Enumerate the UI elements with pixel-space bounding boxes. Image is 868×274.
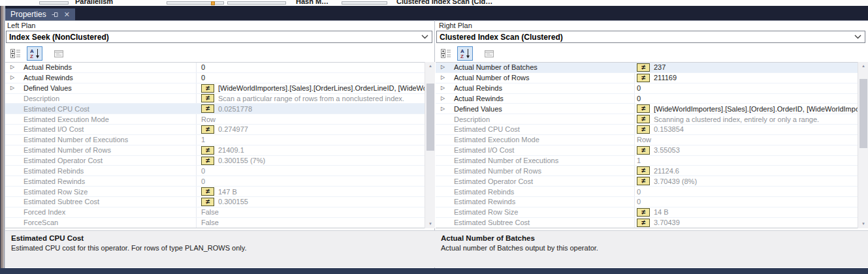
- scroll-up-icon[interactable]: ▲: [425, 62, 436, 70]
- alphabetical-sort-button[interactable]: A Z: [27, 46, 42, 61]
- scroll-up-icon[interactable]: ▲: [858, 62, 868, 70]
- not-equal-icon: ≠: [201, 146, 214, 155]
- alphabetical-sort-button[interactable]: A Z: [457, 46, 473, 61]
- property-row[interactable]: ForceScanFalse: [5, 218, 435, 228]
- tab-title: Properties: [10, 10, 46, 19]
- property-row[interactable]: Estimated Rebinds0: [436, 187, 858, 197]
- plan-connector: [167, 1, 224, 5]
- not-equal-icon: ≠: [637, 146, 650, 155]
- property-name: Description: [454, 115, 490, 123]
- categorized-button[interactable]: [8, 46, 24, 61]
- property-row[interactable]: ▷Defined Values≠[WideWorldImporters].[Sa…: [436, 104, 858, 114]
- not-equal-icon: ≠: [637, 177, 650, 185]
- property-value-cell: 1: [637, 156, 641, 166]
- property-value-cell: ≠[WideWorldImporters].[Sales].[Orders].O…: [637, 104, 858, 114]
- svg-text:Z: Z: [460, 53, 464, 59]
- property-name: Estimated CPU Cost: [454, 125, 520, 133]
- plan-connector: [227, 1, 286, 5]
- property-name: Estimated Rebinds: [24, 167, 84, 175]
- chevron-down-icon[interactable]: [854, 35, 861, 39]
- tab-properties[interactable]: Properties ✕: [5, 8, 75, 20]
- property-row[interactable]: ▷Actual Rebinds0: [5, 63, 435, 73]
- property-value: 21409.1: [218, 146, 244, 154]
- property-value: 0.153854: [654, 125, 684, 133]
- property-value: [WideWorldImporters].[Sales].[OrderLines…: [218, 84, 435, 92]
- property-row[interactable]: Estimated Rewinds0: [5, 176, 435, 187]
- description-title: Estimated CPU Cost: [11, 234, 429, 242]
- expand-arrow-icon[interactable]: ▷: [441, 95, 449, 102]
- close-icon[interactable]: ✕: [64, 11, 70, 18]
- property-row[interactable]: Estimated Subtree Cost≠0.300155: [5, 197, 435, 207]
- expand-arrow-icon[interactable]: ▷: [10, 74, 18, 81]
- property-row[interactable]: Estimated Execution ModeRow: [436, 135, 858, 145]
- property-row[interactable]: Estimated Number of Executions1: [436, 156, 858, 166]
- not-equal-icon: ≠: [637, 166, 650, 175]
- right-operator-combobox[interactable]: Clustered Index Scan (Clustered): [436, 31, 865, 43]
- property-row[interactable]: Estimated Number of Rows≠21124.6: [436, 166, 858, 176]
- property-row[interactable]: Estimated Number of Rows≠21409.1: [5, 145, 435, 156]
- property-row[interactable]: Estimated CPU Cost≠0.153854: [436, 125, 858, 135]
- property-row[interactable]: Forced IndexFalse: [5, 207, 435, 218]
- scrollbar-thumb[interactable]: [426, 84, 434, 151]
- plan-operator-label[interactable]: Parallelism: [75, 0, 113, 5]
- property-row[interactable]: Description≠Scanning a clustered index, …: [436, 114, 858, 125]
- property-name: Estimated Number of Executions: [24, 136, 128, 144]
- property-value-cell: 0: [201, 73, 205, 83]
- property-row[interactable]: Estimated Row Size≠14 B: [436, 207, 858, 218]
- property-row[interactable]: Estimated Row Size≠147 B: [5, 187, 435, 197]
- not-equal-icon: ≠: [637, 125, 650, 134]
- property-row[interactable]: Estimated Rewinds0: [436, 197, 858, 207]
- plan-operator-label[interactable]: Hash M…: [296, 0, 329, 5]
- property-row[interactable]: Estimated Number of Executions1: [5, 135, 435, 145]
- property-value-cell: ≠237: [637, 63, 666, 72]
- pin-icon[interactable]: [52, 11, 59, 18]
- property-name: Actual Rebinds: [24, 63, 72, 71]
- property-row[interactable]: Estimated I/O Cost≠3.55053: [436, 145, 858, 156]
- property-row[interactable]: Estimated Operator Cost≠3.70439 (8%): [436, 176, 858, 187]
- not-equal-icon: ≠: [201, 84, 214, 93]
- property-value: Row: [637, 136, 651, 144]
- expand-arrow-icon[interactable]: ▷: [441, 85, 449, 91]
- expand-arrow-icon[interactable]: ▷: [441, 64, 449, 70]
- property-row[interactable]: Estimated CPU Cost≠0.0251778: [5, 104, 435, 114]
- right-grid-scrollbar[interactable]: ▲ ▼: [858, 62, 868, 228]
- property-row[interactable]: ▷Actual Rewinds0: [436, 94, 858, 104]
- scrollbar-thumb[interactable]: [860, 79, 867, 148]
- property-row[interactable]: Estimated Operator Cost≠0.300155 (7%): [5, 156, 435, 166]
- property-value: 0: [201, 167, 205, 175]
- chevron-down-icon[interactable]: [421, 35, 428, 39]
- property-row[interactable]: Estimated I/O Cost≠0.274977: [5, 125, 435, 135]
- property-row[interactable]: Estimated Subtree Cost≠3.70439: [436, 218, 858, 228]
- expand-arrow-icon[interactable]: ▷: [441, 74, 449, 81]
- property-pages-button[interactable]: [481, 46, 497, 61]
- property-row[interactable]: Estimated Execution ModeRow: [5, 114, 435, 125]
- property-value: 147 B: [218, 188, 237, 196]
- property-value-cell: ≠21409.1: [201, 145, 244, 155]
- property-pages-button[interactable]: [51, 46, 67, 61]
- property-name: Estimated Rewinds: [24, 177, 85, 185]
- property-row[interactable]: Estimated Rebinds0: [5, 166, 435, 176]
- scroll-down-icon[interactable]: ▼: [858, 220, 868, 228]
- property-value-cell: False: [201, 207, 219, 217]
- property-value: 3.55053: [654, 146, 680, 154]
- property-row[interactable]: ▷Actual Number of Rows≠211169: [436, 73, 858, 84]
- expand-arrow-icon[interactable]: ▷: [10, 85, 18, 91]
- plan-operator-label[interactable]: Clustered Index Scan (Cld…: [396, 0, 492, 5]
- property-value-cell: ≠[WideWorldImporters].[Sales].[OrderLine…: [201, 84, 435, 93]
- property-row[interactable]: ▷Actual Rewinds0: [5, 73, 435, 84]
- property-row[interactable]: ▷Defined Values≠[WideWorldImporters].[Sa…: [5, 84, 435, 94]
- property-value-cell: ≠3.70439: [637, 218, 680, 228]
- scroll-down-icon[interactable]: ▼: [425, 220, 436, 228]
- property-value: 0: [637, 84, 641, 92]
- left-plan-label: Left Plan: [7, 22, 35, 29]
- property-row[interactable]: ▷Actual Number of Batches≠237: [436, 63, 858, 73]
- expand-arrow-icon[interactable]: ▷: [10, 64, 18, 70]
- left-grid-scrollbar[interactable]: ▲ ▼: [425, 62, 435, 228]
- categorized-button[interactable]: [438, 46, 454, 61]
- property-row[interactable]: ▷Actual Rebinds0: [436, 84, 858, 94]
- left-operator-combobox[interactable]: Index Seek (NonClustered): [6, 31, 432, 43]
- property-row[interactable]: Description≠Scan a particular range of r…: [5, 94, 435, 104]
- expand-arrow-icon[interactable]: ▷: [441, 106, 449, 112]
- property-name: Defined Values: [24, 84, 72, 92]
- categorized-icon: [10, 49, 21, 58]
